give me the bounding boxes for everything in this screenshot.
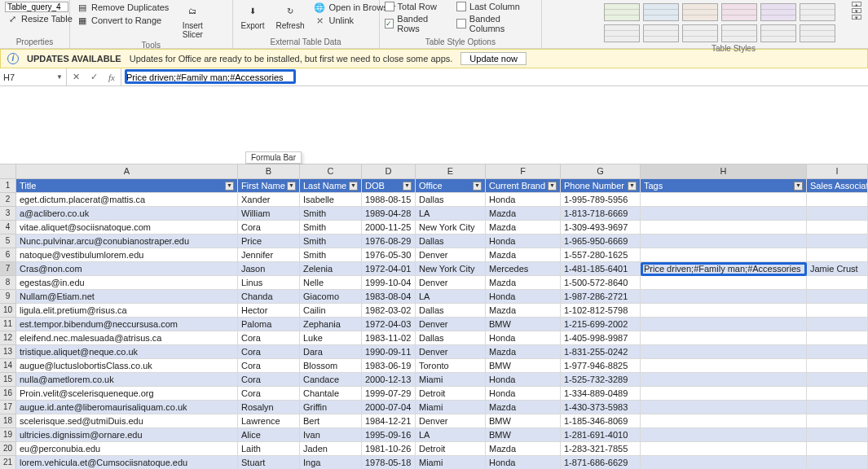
- filter-icon[interactable]: ▼: [473, 182, 482, 191]
- cell[interactable]: 1-500-572-8640: [561, 276, 641, 290]
- cell[interactable]: Dallas: [416, 331, 486, 345]
- cell[interactable]: [641, 373, 807, 387]
- cell[interactable]: [807, 428, 868, 442]
- banded-rows-checkbox[interactable]: ✓Banded Rows: [385, 14, 452, 33]
- cell[interactable]: BMW: [486, 359, 561, 373]
- cell[interactable]: [807, 207, 868, 221]
- remove-duplicates-button[interactable]: ▤Remove Duplicates: [75, 2, 170, 13]
- table-header[interactable]: Sales Associate: [807, 179, 868, 193]
- cell[interactable]: 1-965-950-6669: [561, 234, 641, 248]
- row-header[interactable]: 5: [0, 234, 16, 248]
- cell[interactable]: Honda: [486, 234, 561, 248]
- cell[interactable]: Mazda: [486, 276, 561, 290]
- row-header[interactable]: 17: [0, 401, 16, 414]
- cell[interactable]: Cora: [238, 359, 300, 373]
- cell[interactable]: nulla@ametlorem.co.uk: [16, 373, 238, 387]
- cell[interactable]: [641, 331, 807, 345]
- cell[interactable]: Mazda: [486, 442, 561, 456]
- cell[interactable]: Paloma: [238, 318, 300, 331]
- cancel-formula-button[interactable]: ✕: [67, 72, 85, 82]
- cell[interactable]: Alice: [238, 428, 300, 442]
- cell[interactable]: Jamie Crust: [807, 262, 868, 276]
- cell[interactable]: tristique.aliquet@neque.co.uk: [16, 345, 238, 359]
- cell[interactable]: 1981-10-26: [362, 442, 416, 456]
- cell[interactable]: Cras@non.com: [16, 262, 238, 276]
- cell[interactable]: Proin.velit@scelerisqueneque.org: [16, 387, 238, 401]
- cell[interactable]: 1-977-946-8825: [561, 359, 641, 373]
- cell[interactable]: [807, 248, 868, 262]
- row-header[interactable]: 10: [0, 304, 16, 318]
- cell[interactable]: Dallas: [416, 193, 486, 207]
- cell[interactable]: Denver: [416, 318, 486, 331]
- cell[interactable]: Smith: [300, 221, 362, 234]
- cell[interactable]: LA: [416, 207, 486, 221]
- col-header[interactable]: B: [238, 164, 300, 178]
- row-header[interactable]: 18: [0, 414, 16, 428]
- cell[interactable]: Zephania: [300, 318, 362, 331]
- cell[interactable]: [807, 345, 868, 359]
- cell[interactable]: 1-831-255-0242: [561, 345, 641, 359]
- cell[interactable]: 1982-03-02: [362, 304, 416, 318]
- cell[interactable]: [807, 359, 868, 373]
- cell[interactable]: Cora: [238, 221, 300, 234]
- cell[interactable]: Detroit: [416, 442, 486, 456]
- cell[interactable]: New York City: [416, 221, 486, 234]
- cell[interactable]: Cora: [238, 345, 300, 359]
- cell[interactable]: Laith: [238, 442, 300, 456]
- cell[interactable]: 1-281-691-4010: [561, 428, 641, 442]
- cell[interactable]: 1999-10-04: [362, 276, 416, 290]
- cell[interactable]: Xander: [238, 193, 300, 207]
- cell[interactable]: ligula.elit.pretium@risus.ca: [16, 304, 238, 318]
- cell[interactable]: Griffin: [300, 401, 362, 414]
- cell[interactable]: [807, 456, 868, 469]
- cell[interactable]: Giacomo: [300, 290, 362, 304]
- cell[interactable]: Honda: [486, 387, 561, 401]
- cell[interactable]: LA: [416, 428, 486, 442]
- cell[interactable]: 1-481-185-6401: [561, 262, 641, 276]
- col-header[interactable]: A: [16, 164, 238, 178]
- cell[interactable]: Mazda: [486, 248, 561, 262]
- cell[interactable]: 1999-07-29: [362, 387, 416, 401]
- cell[interactable]: 1972-04-03: [362, 318, 416, 331]
- cell[interactable]: 1983-08-04: [362, 290, 416, 304]
- col-header[interactable]: D: [362, 164, 416, 178]
- cell[interactable]: Jennifer: [238, 248, 300, 262]
- table-header[interactable]: Office▼: [416, 179, 486, 193]
- table-name-input[interactable]: [5, 2, 68, 12]
- row-header[interactable]: 15: [0, 373, 16, 387]
- cell[interactable]: 1976-05-30: [362, 248, 416, 262]
- cell[interactable]: [641, 304, 807, 318]
- cell[interactable]: Linus: [238, 276, 300, 290]
- cell[interactable]: 1-102-812-5798: [561, 304, 641, 318]
- cell[interactable]: Candace: [300, 373, 362, 387]
- table-header[interactable]: First Name▼: [238, 179, 300, 193]
- cell[interactable]: Denver: [416, 248, 486, 262]
- cell[interactable]: est.tempor.bibendum@neccursusa.com: [16, 318, 238, 331]
- cell[interactable]: Jaden: [300, 442, 362, 456]
- banded-columns-checkbox[interactable]: Banded Columns: [456, 14, 536, 33]
- cell[interactable]: 2000-12-13: [362, 373, 416, 387]
- cell[interactable]: [641, 193, 807, 207]
- last-column-checkbox[interactable]: Last Column: [456, 2, 536, 11]
- cell[interactable]: 2000-11-25: [362, 221, 416, 234]
- cell[interactable]: Dallas: [416, 304, 486, 318]
- cell[interactable]: Honda: [486, 193, 561, 207]
- update-now-button[interactable]: Update now: [460, 52, 527, 65]
- cell[interactable]: [641, 234, 807, 248]
- cell[interactable]: [641, 387, 807, 401]
- cell[interactable]: Smith: [300, 207, 362, 221]
- cell[interactable]: Honda: [486, 456, 561, 469]
- cell[interactable]: 2000-07-04: [362, 401, 416, 414]
- cell[interactable]: [807, 318, 868, 331]
- filter-icon[interactable]: ▼: [794, 182, 803, 191]
- table-header[interactable]: Tags▼: [641, 179, 807, 193]
- cell[interactable]: 1-557-280-1625: [561, 248, 641, 262]
- cell[interactable]: [641, 401, 807, 414]
- cell[interactable]: Mazda: [486, 345, 561, 359]
- export-button[interactable]: ⬇Export: [238, 2, 268, 30]
- cell[interactable]: Chanda: [238, 290, 300, 304]
- cell[interactable]: Blossom: [300, 359, 362, 373]
- filter-icon[interactable]: ▼: [349, 182, 358, 191]
- cell[interactable]: eu@perconubia.edu: [16, 442, 238, 456]
- cell[interactable]: Denver: [416, 345, 486, 359]
